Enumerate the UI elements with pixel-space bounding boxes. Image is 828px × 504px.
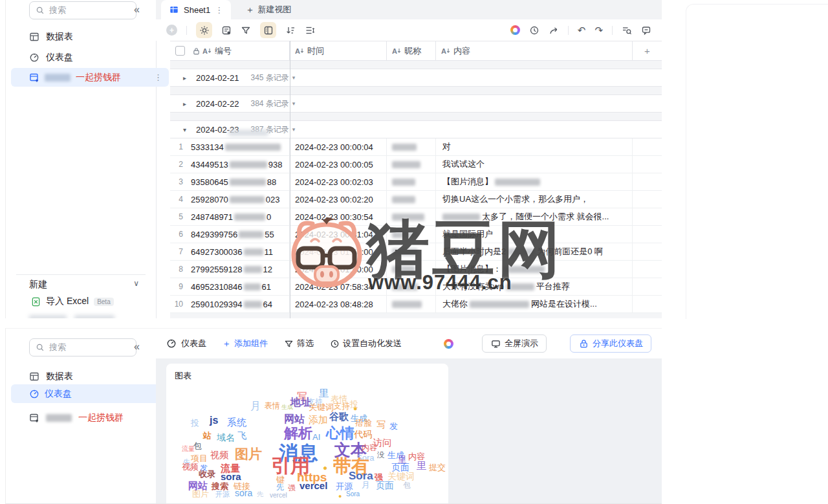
cell-content[interactable]: 【图片消息】 — [436, 173, 633, 190]
collapse-sidebar-icon[interactable]: « — [134, 5, 140, 15]
search-input[interactable]: 搜索 — [29, 338, 136, 356]
new-view-button[interactable]: ＋ 新建视图 — [245, 4, 291, 16]
cell-id[interactable]: 102590102939464 — [170, 296, 290, 312]
share-arrow-icon[interactable] — [549, 25, 559, 36]
cell-content[interactable]: 切换UA这么一个小需求，那么多用户， — [436, 191, 633, 208]
automation-ring-icon[interactable] — [510, 25, 520, 35]
cell-time[interactable]: 2024-02-23 00:31:04 — [290, 226, 387, 243]
chevron-down-icon[interactable]: ▾ — [292, 126, 296, 133]
cell-time[interactable]: 2024-02-23 00:30:54 — [290, 208, 387, 225]
tab-more-icon[interactable]: ⋮ — [215, 5, 223, 15]
add-widget-button[interactable]: ＋ 添加组件 — [222, 338, 268, 349]
group-row[interactable]: ▸2024-02-21345 条记录▾ — [170, 69, 662, 87]
header-content-column[interactable]: A 内容 — [436, 41, 633, 60]
history-clock-icon[interactable] — [529, 25, 539, 36]
table-row[interactable]: 1025901029394642024-02-23 08:48:28大佬你网站是… — [170, 296, 662, 313]
collapse-sidebar-icon[interactable]: « — [134, 342, 140, 352]
cell-time[interactable]: 2024-02-23 00:02:20 — [290, 191, 387, 208]
sidebar-item-dashboard-active[interactable]: 仪表盘 ⋮ — [11, 384, 169, 403]
collapse-all-icon[interactable]: + — [166, 25, 177, 36]
sort-icon[interactable] — [285, 25, 296, 36]
cell-add[interactable] — [633, 191, 662, 208]
redo-icon[interactable]: ↷ — [594, 25, 603, 35]
cell-id[interactable]: 15333134 — [170, 138, 290, 155]
search-input[interactable]: 搜索 — [29, 1, 136, 19]
sidebar-item-table[interactable]: 一起捞钱群 — [29, 411, 124, 425]
form-view-icon[interactable] — [221, 25, 232, 36]
cell-content[interactable]: 大家有没有卖wp平台推荐 — [436, 278, 633, 295]
cell-add[interactable] — [633, 156, 662, 173]
cell-add[interactable] — [633, 296, 662, 312]
sidebar-item-active-table[interactable]: 一起捞钱群 ⋮ — [11, 68, 169, 87]
side-panel-icon[interactable] — [260, 22, 276, 38]
sidebar-new-section[interactable]: 新建 ∨ — [29, 279, 139, 290]
cell-time[interactable]: 2024-02-23 08:48:28 — [290, 296, 387, 312]
view-settings-gear-icon[interactable] — [196, 22, 212, 38]
cell-nick[interactable] — [387, 226, 436, 243]
cell-nick[interactable] — [387, 296, 436, 312]
cell-id[interactable]: 52487489710 — [170, 208, 290, 225]
cell-nick[interactable] — [387, 191, 436, 208]
group-toggle-icon[interactable]: ▾ — [183, 126, 192, 133]
cell-nick[interactable] — [387, 173, 436, 190]
cell-content[interactable]: 大佬你网站是在设计模... — [436, 296, 633, 312]
frozen-column-divider[interactable] — [290, 41, 290, 318]
chevron-down-icon[interactable]: ▾ — [292, 100, 296, 107]
table-row[interactable]: 827992559128122024-02-23 01:50:00【图片消息】： — [170, 261, 662, 278]
table-row[interactable]: 524874897102024-02-23 00:30:54太多了，随便一个小需… — [170, 208, 662, 226]
cell-add[interactable] — [633, 278, 662, 295]
cell-add[interactable] — [633, 226, 662, 243]
cell-time[interactable]: 2024-02-23 00:02:03 — [290, 173, 387, 190]
filter-funnel-icon[interactable] — [241, 25, 251, 36]
header-nick-column[interactable]: A 昵称 — [387, 41, 436, 60]
cell-id[interactable]: 6842939975655 — [170, 226, 290, 243]
sidebar-item-data-table[interactable]: 数据表 — [29, 369, 73, 384]
search-records-icon[interactable] — [622, 25, 632, 36]
cell-add[interactable] — [633, 138, 662, 155]
cell-id[interactable]: 76492730003611 — [170, 243, 290, 260]
cell-nick[interactable] — [387, 138, 436, 155]
share-dashboard-button[interactable]: 分享此仪表盘 — [570, 334, 651, 353]
cell-nick[interactable] — [387, 156, 436, 173]
cell-nick[interactable] — [387, 278, 436, 295]
filter-button[interactable]: 筛选 — [283, 338, 314, 349]
cell-time[interactable]: 2024-02-23 00:00:04 — [290, 138, 387, 155]
comment-icon[interactable] — [641, 25, 651, 36]
row-height-icon[interactable] — [305, 25, 315, 36]
chevron-down-icon[interactable]: ∨ — [133, 279, 139, 290]
add-field-button[interactable]: + — [633, 41, 662, 60]
cell-time[interactable]: 2024-02-23 01:50:00 — [290, 261, 387, 278]
table-row[interactable]: 153331342024-02-23 00:00:04对 — [170, 138, 662, 156]
select-all-checkbox[interactable] — [175, 46, 185, 56]
chevron-down-icon[interactable]: ▾ — [292, 74, 296, 81]
cell-id[interactable]: 94695231084661 — [170, 278, 290, 295]
wordcloud-widget-card[interactable]: 图表 写里支持表情投月表情生成地址关键词支持●谷歌生成投js系统网站添加捂脸写发… — [166, 364, 448, 504]
cell-content[interactable]: 【图片消息】： — [436, 261, 633, 278]
group-toggle-icon[interactable]: ▸ — [183, 100, 192, 107]
cell-add[interactable] — [633, 261, 662, 278]
cell-content[interactable]: 对 — [436, 138, 633, 155]
cell-add[interactable] — [633, 173, 662, 190]
cell-add[interactable] — [633, 208, 662, 225]
cell-nick[interactable] — [387, 261, 436, 278]
sidebar-item-dashboard[interactable]: 仪表盘 — [29, 50, 73, 65]
cell-content[interactable]: 太多了，随便一个小需求 就会很... — [436, 208, 633, 225]
cell-nick[interactable] — [387, 208, 436, 225]
table-row[interactable]: 393580645882024-02-23 00:02:03【图片消息】 — [170, 173, 662, 191]
table-row[interactable]: 68429399756552024-02-23 00:31:04就是国际用户 — [170, 226, 662, 243]
tab-sheet1[interactable]: Sheet1 ⋮ — [161, 0, 231, 19]
cell-id[interactable]: 243449513938 — [170, 156, 290, 173]
cell-add[interactable] — [633, 243, 662, 260]
sidebar-item-data-table[interactable]: 数据表 — [29, 30, 73, 44]
cell-id[interactable]: 425928070023 — [170, 191, 290, 208]
cell-id[interactable]: 82799255912812 — [170, 261, 290, 278]
cell-time[interactable]: 2024-02-23 07:58:34 — [290, 278, 387, 295]
cell-time[interactable]: 2024-02-23 01:50:00 — [290, 243, 387, 260]
table-row[interactable]: 946952310846612024-02-23 07:58:34大家有没有卖w… — [170, 278, 662, 296]
sidebar-import-excel[interactable]: 导入 Excel Beta — [30, 296, 114, 307]
cell-content[interactable]: 我试试这个 — [436, 156, 633, 173]
undo-icon[interactable]: ↶ — [578, 25, 586, 35]
cell-time[interactable]: 2024-02-23 00:00:05 — [290, 156, 387, 173]
cell-id[interactable]: 39358064588 — [170, 173, 290, 190]
automation-ring-icon[interactable] — [444, 339, 453, 349]
